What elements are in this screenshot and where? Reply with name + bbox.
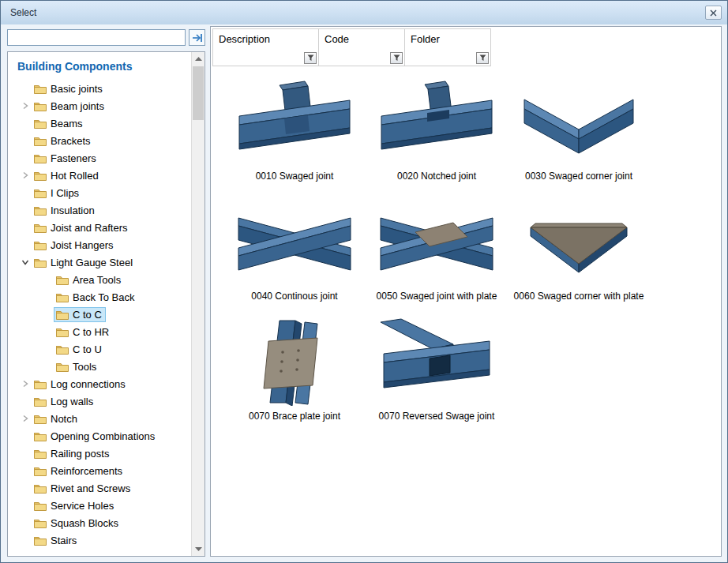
corner-plate-joint-thumbnail[interactable] <box>520 197 638 286</box>
tree-item[interactable]: Railing posts <box>8 445 191 462</box>
tree-item-body[interactable]: Hot Rolled <box>32 168 103 183</box>
tree-item[interactable]: Back To Back <box>8 288 191 306</box>
tree-item[interactable]: Service Holes <box>8 497 191 514</box>
tree-item[interactable]: Joist and Rafters <box>8 219 191 236</box>
expander-collapsed-toggle[interactable] <box>19 99 32 112</box>
tree-item-body[interactable]: Rivet and Screws <box>32 481 134 496</box>
tree-item[interactable]: Light Gauge Steel <box>8 253 191 271</box>
folder-icon <box>34 414 47 424</box>
component-item[interactable]: 0070 Reversed Swage joint <box>366 317 508 422</box>
expander-spacer <box>19 134 32 147</box>
tree-item-body[interactable]: I Clips <box>32 186 83 201</box>
brace-plate-joint-thumbnail[interactable] <box>235 317 354 406</box>
tree-item[interactable]: Insulation <box>8 201 191 219</box>
tree-item[interactable]: Brackets <box>8 132 191 149</box>
component-caption: 0050 Swaged joint with plate <box>366 291 508 302</box>
tree-item-body[interactable]: Insulation <box>32 203 99 218</box>
close-button[interactable] <box>705 6 722 20</box>
tree-item[interactable]: Area Tools <box>8 271 191 288</box>
tree-item[interactable]: C to HR <box>8 323 191 340</box>
corner-joint-thumbnail[interactable] <box>520 77 638 166</box>
tree-item-body[interactable]: Fasteners <box>32 151 100 166</box>
tree-item-body[interactable]: Beams <box>32 116 86 131</box>
tree-item-body[interactable]: Stairs <box>32 533 81 548</box>
component-item[interactable]: 0010 Swaged joint <box>223 77 366 182</box>
tree-item[interactable]: Beam joints <box>8 97 191 114</box>
component-item[interactable]: 0030 Swaged corner joint <box>508 77 650 182</box>
notched-joint-thumbnail[interactable] <box>377 77 496 166</box>
search-go-button[interactable] <box>189 29 205 46</box>
folder-icon <box>56 275 69 285</box>
tree-scrollbar[interactable] <box>191 52 205 556</box>
scrollbar-thumb[interactable] <box>193 66 204 120</box>
swaged-joint-thumbnail[interactable] <box>235 77 354 166</box>
component-item[interactable]: 0070 Brace plate joint <box>223 317 366 422</box>
tree-item-body[interactable]: Squash Blocks <box>32 516 122 531</box>
expander-collapsed-toggle[interactable] <box>19 377 32 390</box>
folder-icon <box>34 501 47 511</box>
tree-item-body[interactable]: C to HR <box>54 325 113 340</box>
tree-item[interactable]: Reinforcements <box>8 462 191 479</box>
component-item[interactable]: 0040 Continous joint <box>223 197 366 302</box>
tree-item[interactable]: Basic joints <box>8 80 191 97</box>
tree-item-body[interactable]: Service Holes <box>32 498 118 513</box>
tree-item[interactable]: Joist Hangers <box>8 236 191 253</box>
tree-item-body[interactable]: Railing posts <box>32 446 113 461</box>
tree-item[interactable]: Stairs <box>8 531 191 549</box>
expander-collapsed-toggle[interactable] <box>19 412 32 425</box>
tree-item-body[interactable]: Back To Back <box>54 290 139 305</box>
tree-item-body[interactable]: Light Gauge Steel <box>32 255 137 270</box>
tree-item[interactable]: Fasteners <box>8 149 191 167</box>
scroll-down-button[interactable] <box>192 542 205 556</box>
tree-item-body[interactable]: Reinforcements <box>32 464 126 479</box>
cross-plate-joint-thumbnail[interactable] <box>377 197 496 286</box>
tree-item-body[interactable]: Log walls <box>32 394 97 409</box>
search-input[interactable] <box>7 29 186 46</box>
tree-item-body[interactable]: Notch <box>32 411 81 426</box>
expander-spacer <box>41 291 54 303</box>
tree-item[interactable]: I Clips <box>8 184 191 201</box>
tree-item-body[interactable]: Tools <box>54 359 100 374</box>
tree-item[interactable]: Log connections <box>8 375 191 392</box>
folder-icon <box>34 101 47 111</box>
tree-item[interactable]: Rivet and Screws <box>8 479 191 497</box>
tree-item-body[interactable]: C to U <box>54 342 106 357</box>
tree-item[interactable]: C to U <box>8 340 191 358</box>
filter-button-folder[interactable] <box>476 52 489 64</box>
column-header-folder[interactable]: Folder <box>404 28 491 66</box>
column-header-description[interactable]: Description <box>212 28 319 66</box>
title-bar: Select <box>1 1 727 24</box>
filter-button-description[interactable] <box>304 52 317 64</box>
expander-collapsed-toggle[interactable] <box>19 169 32 182</box>
filter-button-code[interactable] <box>390 52 403 64</box>
tree-item-body[interactable]: Joist Hangers <box>32 238 117 253</box>
tree-item-body[interactable]: Area Tools <box>54 272 125 287</box>
tree-item-body[interactable]: Opening Combinations <box>32 429 159 444</box>
tree-item[interactable]: Opening Combinations <box>8 427 191 445</box>
tree-item-body[interactable]: Basic joints <box>32 81 107 96</box>
tree-item[interactable]: C to C <box>8 306 191 323</box>
tree-item[interactable]: Squash Blocks <box>8 514 191 531</box>
component-item[interactable]: 0020 Notched joint <box>366 77 508 182</box>
tree-item-body[interactable]: Log connections <box>32 377 129 392</box>
tree-item-body[interactable]: Brackets <box>32 133 95 148</box>
tree-item[interactable]: Log walls <box>8 392 191 410</box>
tree-item[interactable]: Hot Rolled <box>8 167 191 184</box>
expander-spacer <box>41 273 54 286</box>
tree-item[interactable]: Notch <box>8 410 191 427</box>
component-item[interactable]: 0060 Swaged corner with plate <box>508 197 650 302</box>
expander-expanded-toggle[interactable] <box>19 256 32 268</box>
tree-item-body[interactable]: Joist and Rafters <box>32 220 132 235</box>
tree-item-body[interactable]: Beam joints <box>32 99 108 114</box>
scroll-up-button[interactable] <box>192 52 205 66</box>
tree-item-label: Insulation <box>51 205 95 216</box>
component-caption: 0070 Brace plate joint <box>223 411 366 422</box>
tree-item[interactable]: Beams <box>8 114 191 132</box>
tree-item-body[interactable]: C to C <box>54 307 106 322</box>
cross-joint-thumbnail[interactable] <box>235 197 354 286</box>
folder-icon <box>34 240 47 250</box>
component-item[interactable]: 0050 Swaged joint with plate <box>366 197 508 302</box>
column-header-code[interactable]: Code <box>318 28 405 66</box>
tree-item[interactable]: Tools <box>8 358 191 375</box>
reversed-swage-joint-thumbnail[interactable] <box>377 317 496 406</box>
